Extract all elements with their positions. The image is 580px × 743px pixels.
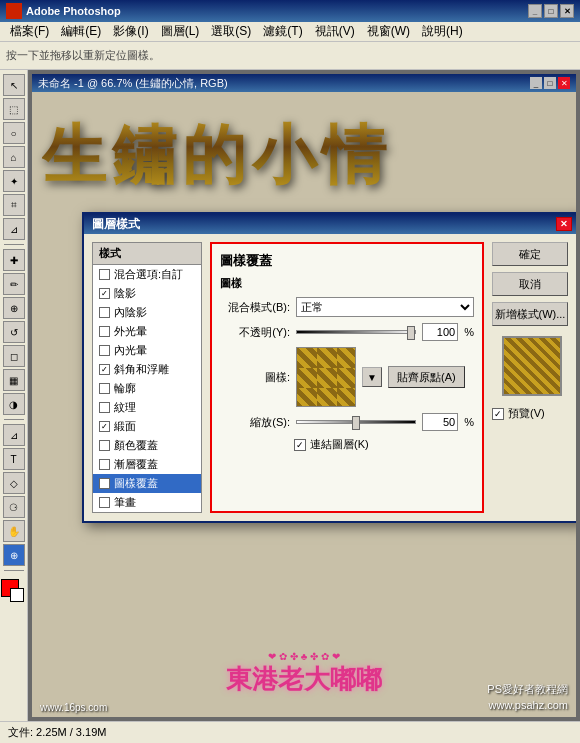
opacity-slider-wrap — [296, 330, 416, 334]
style-label-color-overlay: 顏色覆蓋 — [114, 438, 158, 453]
menu-image[interactable]: 影像(I) — [107, 21, 154, 42]
pattern-preview-swatch[interactable] — [296, 347, 356, 407]
style-item-texture[interactable]: 紋理 — [93, 398, 201, 417]
snap-to-origin-btn[interactable]: 貼齊原點(A) — [388, 366, 465, 388]
menu-select[interactable]: 選取(S) — [205, 21, 257, 42]
tool-crop[interactable]: ⌗ — [3, 194, 25, 216]
link-layer-label: 連結圖層(K) — [310, 437, 369, 452]
style-item-shadow[interactable]: ✓ 陰影 — [93, 284, 201, 303]
menu-help[interactable]: 說明(H) — [416, 21, 469, 42]
document-title-bar: 未命名 -1 @ 66.7% (生鏽的心情, RGB) _ □ ✕ — [32, 74, 576, 92]
tool-eyedropper[interactable]: ⚆ — [3, 496, 25, 518]
style-check-stroke — [99, 497, 110, 508]
watermark-right: PS愛好者教程網 www.psahz.com — [487, 682, 568, 713]
tool-history-brush[interactable]: ↺ — [3, 321, 25, 343]
tool-gradient[interactable]: ▦ — [3, 369, 25, 391]
menu-video[interactable]: 視訊(V) — [309, 21, 361, 42]
scale-slider[interactable] — [296, 420, 416, 424]
style-item-color-overlay[interactable]: 顏色覆蓋 — [93, 436, 201, 455]
tool-brush[interactable]: ✏ — [3, 273, 25, 295]
scale-slider-thumb — [352, 416, 360, 430]
style-item-bevel[interactable]: ✓ 斜角和浮雕 — [93, 360, 201, 379]
style-check-contour — [99, 383, 110, 394]
preview-checkbox[interactable]: ✓ — [492, 408, 504, 420]
pattern-dropdown-btn[interactable]: ▼ — [362, 367, 382, 387]
tool-marquee-rect[interactable]: ⬚ — [3, 98, 25, 120]
document-canvas: 生鏽的小情 ❤ ✿ ✤ ♣ ✤ ✿ ❤ 東港老大嘟嘟 圖層樣式 ✕ — [32, 92, 576, 717]
tool-move[interactable]: ↖ — [3, 74, 25, 96]
menu-window[interactable]: 視窗(W) — [361, 21, 416, 42]
style-item-satin[interactable]: ✓ 緞面 — [93, 417, 201, 436]
style-check-inner-glow — [99, 345, 110, 356]
preview-thumbnail — [502, 336, 562, 396]
window-controls: _ □ ✕ — [528, 4, 574, 18]
pink-text-display: 東港老大嘟嘟 — [226, 662, 382, 697]
opacity-slider[interactable] — [296, 330, 416, 334]
tool-colors — [1, 579, 27, 605]
doc-close-btn[interactable]: ✕ — [558, 77, 570, 89]
styles-panel: 樣式 混合選項:自訂 ✓ 陰影 — [92, 242, 202, 513]
tool-eraser[interactable]: ◻ — [3, 345, 25, 367]
options-panel: 圖樣覆蓋 圖樣 混合模式(B): 正常 不透明(Y — [210, 242, 484, 513]
style-label-satin: 緞面 — [114, 419, 136, 434]
main-area: ↖ ⬚ ○ ⌂ ✦ ⌗ ⊿ ✚ ✏ ⊕ ↺ ◻ ▦ ◑ ⊿ T ◇ ⚆ ✋ ⊕ — [0, 70, 580, 721]
style-label-shadow: 陰影 — [114, 286, 136, 301]
opacity-input[interactable] — [422, 323, 458, 341]
blend-mode-select[interactable]: 正常 — [296, 297, 474, 317]
tool-heal[interactable]: ✚ — [3, 249, 25, 271]
new-style-button[interactable]: 新增樣式(W)... — [492, 302, 568, 326]
tool-marquee-ellipse[interactable]: ○ — [3, 122, 25, 144]
doc-maximize-btn[interactable]: □ — [544, 77, 556, 89]
menu-layer[interactable]: 圖層(L) — [155, 21, 206, 42]
style-item-blending[interactable]: 混合選項:自訂 — [93, 265, 201, 284]
toolbox: ↖ ⬚ ○ ⌂ ✦ ⌗ ⊿ ✚ ✏ ⊕ ↺ ◻ ▦ ◑ ⊿ T ◇ ⚆ ✋ ⊕ — [0, 70, 28, 721]
tool-dodge[interactable]: ◑ — [3, 393, 25, 415]
link-layer-checkbox[interactable]: ✓ — [294, 439, 306, 451]
maximize-btn[interactable]: □ — [544, 4, 558, 18]
dialog-title-controls: ✕ — [556, 217, 572, 231]
style-check-outer-glow — [99, 326, 110, 337]
tool-slice[interactable]: ⊿ — [3, 218, 25, 240]
background-color[interactable] — [10, 588, 24, 602]
style-item-gradient-overlay[interactable]: 漸層覆蓋 — [93, 455, 201, 474]
title-bar: Adobe Photoshop _ □ ✕ — [0, 0, 580, 22]
ok-button[interactable]: 確定 — [492, 242, 568, 266]
menu-edit[interactable]: 編輯(E) — [55, 21, 107, 42]
doc-window-controls: _ □ ✕ — [530, 77, 570, 89]
document-window: 未命名 -1 @ 66.7% (生鏽的心情, RGB) _ □ ✕ 生鏽的小情 … — [32, 74, 576, 717]
tool-magic-wand[interactable]: ✦ — [3, 170, 25, 192]
tool-shape[interactable]: ◇ — [3, 472, 25, 494]
style-label-stroke: 筆畫 — [114, 495, 136, 510]
foreground-color[interactable] — [1, 579, 19, 597]
tool-zoom[interactable]: ⊕ — [3, 544, 25, 566]
minimize-btn[interactable]: _ — [528, 4, 542, 18]
style-item-contour[interactable]: 輪廓 — [93, 379, 201, 398]
scale-label: 縮放(S): — [220, 415, 290, 430]
opacity-slider-thumb — [407, 326, 415, 340]
preview-label: 預覽(V) — [508, 406, 545, 421]
style-item-inner-shadow[interactable]: 內陰影 — [93, 303, 201, 322]
pattern-preview-wrap: ▼ 貼齊原點(A) — [296, 347, 465, 407]
pattern-label: 圖樣: — [220, 370, 290, 385]
menu-file[interactable]: 檔案(F) — [4, 21, 55, 42]
tool-lasso[interactable]: ⌂ — [3, 146, 25, 168]
doc-minimize-btn[interactable]: _ — [530, 77, 542, 89]
menu-filter[interactable]: 濾鏡(T) — [257, 21, 308, 42]
style-item-stroke[interactable]: 筆畫 — [93, 493, 201, 512]
style-item-inner-glow[interactable]: 內光暈 — [93, 341, 201, 360]
pattern-row: 圖樣: ▼ 貼齊原點(A) — [220, 347, 474, 407]
tool-path[interactable]: ⊿ — [3, 424, 25, 446]
style-label-contour: 輪廓 — [114, 381, 136, 396]
tool-separator-2 — [4, 419, 24, 420]
buttons-panel: 確定 取消 新增樣式(W)... ✓ 預覽(V) — [492, 242, 572, 513]
tool-hand[interactable]: ✋ — [3, 520, 25, 542]
style-item-pattern-overlay[interactable]: ✓ 圖樣覆蓋 — [93, 474, 201, 493]
dialog-close-btn[interactable]: ✕ — [556, 217, 572, 231]
style-item-outer-glow[interactable]: 外光暈 — [93, 322, 201, 341]
scale-input[interactable] — [422, 413, 458, 431]
tool-text[interactable]: T — [3, 448, 25, 470]
tool-clone[interactable]: ⊕ — [3, 297, 25, 319]
style-check-bevel: ✓ — [99, 364, 110, 375]
close-btn[interactable]: ✕ — [560, 4, 574, 18]
cancel-button[interactable]: 取消 — [492, 272, 568, 296]
